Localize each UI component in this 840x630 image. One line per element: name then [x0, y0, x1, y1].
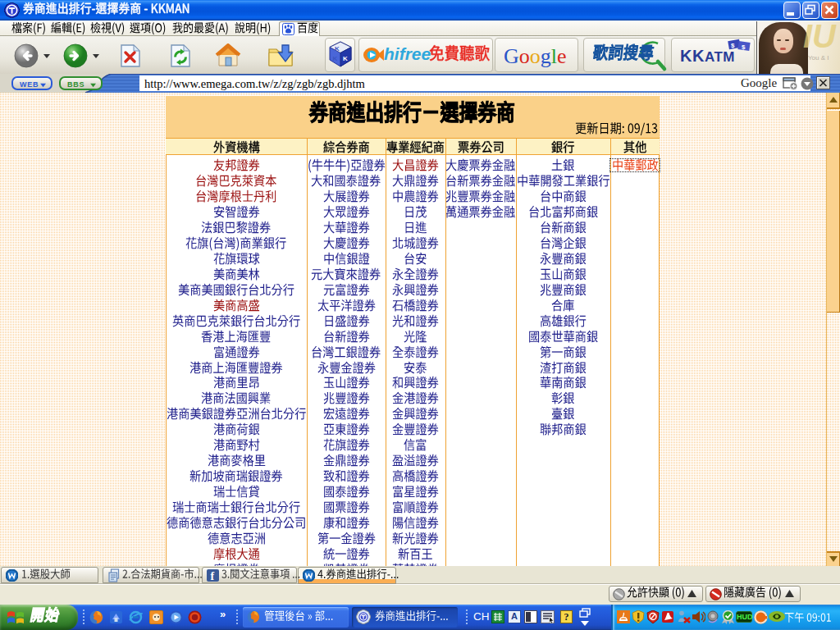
svg-text:$: $	[742, 43, 746, 51]
svg-text:$: $	[731, 42, 735, 49]
svg-text:K: K	[333, 55, 338, 62]
svg-text:K: K	[343, 55, 348, 62]
svg-text:K: K	[335, 45, 340, 52]
